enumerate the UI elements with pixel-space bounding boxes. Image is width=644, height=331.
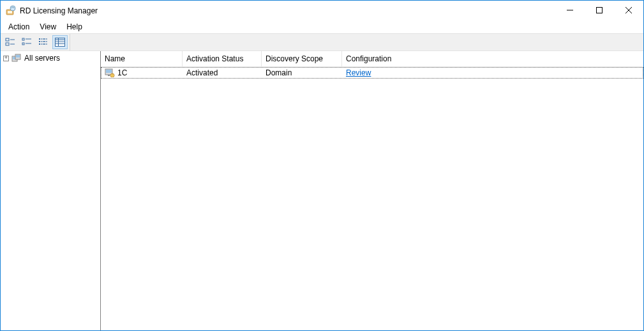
menu-view[interactable]: View	[34, 21, 61, 33]
menu-help[interactable]: Help	[61, 21, 87, 33]
app-icon	[6, 5, 16, 15]
menu-action[interactable]: Action	[3, 21, 34, 33]
svg-rect-19	[43, 41, 45, 42]
window-title: RD Licensing Manager	[20, 6, 555, 15]
maximize-button[interactable]	[585, 1, 614, 20]
svg-point-2	[10, 6, 15, 11]
cell-name: ! 1C	[101, 67, 183, 79]
tree-node-all-servers[interactable]: All servers	[1, 52, 100, 64]
column-header-discovery-scope[interactable]: Discovery Scope	[262, 51, 342, 66]
svg-rect-4	[597, 8, 603, 13]
minimize-button[interactable]	[555, 1, 585, 20]
expand-toggle-icon[interactable]	[3, 56, 9, 61]
servers-icon	[11, 54, 22, 63]
svg-text:!: !	[112, 73, 112, 77]
cell-name-text: 1C	[117, 68, 127, 77]
window-controls	[555, 1, 643, 20]
cell-activation-status: Activated	[183, 67, 262, 79]
svg-rect-35	[16, 55, 20, 58]
svg-rect-16	[39, 41, 40, 42]
titlebar: RD Licensing Manager	[1, 1, 643, 20]
app-window: RD Licensing Manager Action View Help	[0, 0, 644, 331]
cell-configuration: Review	[342, 67, 421, 79]
column-header-name[interactable]: Name	[101, 51, 183, 66]
column-header-configuration[interactable]: Configuration	[342, 51, 421, 66]
toolbar-group-views	[1, 34, 70, 50]
svg-rect-11	[22, 38, 24, 40]
svg-rect-20	[43, 43, 45, 45]
close-button[interactable]	[614, 1, 643, 20]
svg-rect-28	[56, 38, 65, 40]
svg-rect-8	[6, 43, 9, 45]
svg-rect-15	[39, 38, 40, 40]
svg-rect-7	[6, 38, 9, 41]
svg-rect-37	[106, 70, 112, 73]
tree-pane: All servers	[1, 51, 101, 330]
svg-rect-12	[22, 43, 24, 45]
list-pane: Name Activation Status Discovery Scope C…	[101, 51, 643, 330]
server-icon: !	[105, 68, 115, 77]
svg-rect-17	[39, 43, 40, 45]
menubar: Action View Help	[1, 20, 643, 33]
toolbar-list-button[interactable]	[36, 35, 51, 49]
main-content: All servers Name Activation Status Disco…	[1, 51, 643, 330]
column-header-activation-status[interactable]: Activation Status	[183, 51, 262, 66]
toolbar-details-button[interactable]	[52, 35, 68, 49]
toolbar	[1, 33, 643, 51]
svg-rect-38	[108, 75, 110, 76]
cell-discovery-scope: Domain	[262, 67, 342, 79]
review-link[interactable]: Review	[346, 68, 371, 77]
svg-rect-1	[8, 11, 12, 13]
toolbar-small-icons-button[interactable]	[19, 35, 34, 49]
toolbar-large-icons-button[interactable]	[3, 35, 18, 49]
tree-root-label: All servers	[24, 54, 60, 63]
list-header: Name Activation Status Discovery Scope C…	[101, 51, 643, 67]
svg-rect-18	[43, 38, 45, 40]
list-body: ! 1C Activated Domain Review	[101, 67, 643, 330]
server-row[interactable]: ! 1C Activated Domain Review	[101, 67, 643, 79]
